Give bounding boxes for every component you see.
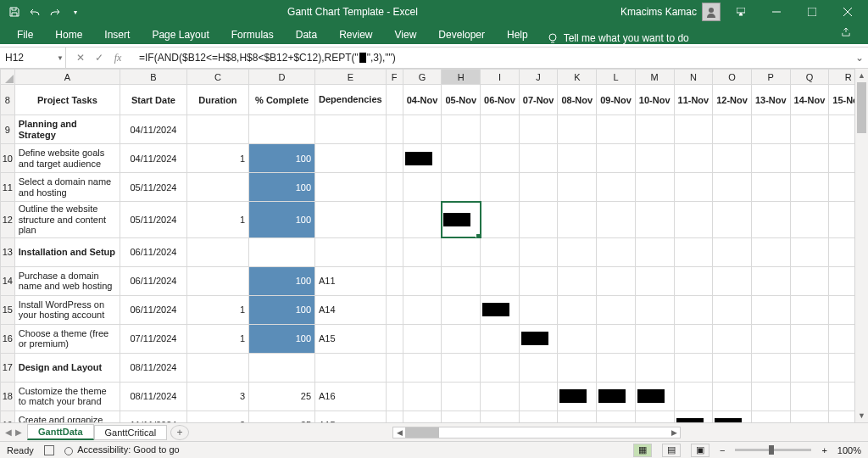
- cell-N11[interactable]: [674, 173, 713, 202]
- sheet-tab-ganttdata[interactable]: GanttData: [27, 424, 94, 440]
- horizontal-scrollbar[interactable]: ◀ ▶: [392, 427, 681, 438]
- row-header-18[interactable]: 18: [1, 382, 15, 411]
- cell-A12[interactable]: Outline the website structure and conten…: [14, 202, 120, 238]
- cell-L8[interactable]: 09-Nov: [597, 85, 636, 115]
- cell-C19[interactable]: 2: [186, 411, 248, 422]
- cell-C18[interactable]: 3: [186, 382, 248, 411]
- cell-C14[interactable]: [186, 266, 248, 295]
- tab-scroll-right-icon[interactable]: ▶: [15, 427, 22, 437]
- cell-Q9[interactable]: [790, 115, 829, 144]
- col-header-F[interactable]: F: [386, 70, 403, 85]
- cell-G12[interactable]: [403, 202, 442, 238]
- cell-M15[interactable]: [635, 295, 674, 324]
- cell-L19[interactable]: [597, 411, 636, 422]
- cell-O8[interactable]: 12-Nov: [713, 85, 752, 115]
- cell-H13[interactable]: [442, 237, 481, 266]
- cell-A11[interactable]: Select a domain name and hosting: [14, 173, 120, 202]
- cell-I14[interactable]: [481, 266, 520, 295]
- cell-L9[interactable]: [597, 115, 636, 144]
- cell-I8[interactable]: 06-Nov: [481, 85, 520, 115]
- cell-A9[interactable]: Planning and Strategy: [14, 115, 120, 144]
- cell-J15[interactable]: [519, 295, 558, 324]
- row-header-14[interactable]: 14: [1, 266, 15, 295]
- cell-F14[interactable]: [386, 266, 403, 295]
- col-header-M[interactable]: M: [635, 70, 674, 85]
- row-header-12[interactable]: 12: [1, 202, 15, 238]
- undo-icon[interactable]: [25, 3, 44, 21]
- cell-P18[interactable]: [751, 382, 790, 411]
- spreadsheet-grid[interactable]: ABCDEFGHIJKLMNOPQR8Project TasksStart Da…: [0, 69, 868, 422]
- cell-Q13[interactable]: [790, 237, 829, 266]
- cell-M18[interactable]: [635, 382, 674, 411]
- cell-D12[interactable]: 100: [249, 202, 315, 238]
- cell-M14[interactable]: [635, 266, 674, 295]
- cell-J9[interactable]: [519, 115, 558, 144]
- cell-E8[interactable]: Dependencies: [315, 85, 387, 115]
- user-avatar[interactable]: [702, 3, 721, 21]
- cell-P9[interactable]: [751, 115, 790, 144]
- cell-E16[interactable]: A15: [315, 324, 387, 353]
- cell-G15[interactable]: [403, 295, 442, 324]
- zoom-slider[interactable]: [735, 449, 811, 451]
- cell-M13[interactable]: [635, 237, 674, 266]
- cell-M8[interactable]: 10-Nov: [635, 85, 674, 115]
- cell-P12[interactable]: [751, 202, 790, 238]
- cell-O14[interactable]: [713, 266, 752, 295]
- cell-I15[interactable]: [481, 295, 520, 324]
- cell-H11[interactable]: [442, 173, 481, 202]
- cell-L14[interactable]: [597, 266, 636, 295]
- cell-G13[interactable]: [403, 237, 442, 266]
- cell-E15[interactable]: A14: [315, 295, 387, 324]
- col-header-D[interactable]: D: [249, 70, 315, 85]
- cell-E19[interactable]: A15: [315, 411, 387, 422]
- cell-O12[interactable]: [713, 202, 752, 238]
- cell-K18[interactable]: [558, 382, 597, 411]
- cell-E18[interactable]: A16: [315, 382, 387, 411]
- zoom-out-button[interactable]: −: [720, 445, 725, 455]
- cell-N18[interactable]: [674, 382, 713, 411]
- cell-A18[interactable]: Customize the theme to match your brand: [14, 382, 120, 411]
- cell-Q18[interactable]: [790, 382, 829, 411]
- cell-B17[interactable]: 08/11/2024: [120, 353, 187, 382]
- cell-B11[interactable]: 05/11/2024: [120, 173, 187, 202]
- cell-N19[interactable]: [674, 411, 713, 422]
- cell-I10[interactable]: [481, 144, 520, 173]
- cell-A17[interactable]: Design and Layout: [14, 353, 120, 382]
- cell-Q19[interactable]: [790, 411, 829, 422]
- cell-F19[interactable]: [386, 411, 403, 422]
- cell-C8[interactable]: Duration: [186, 85, 248, 115]
- cell-B8[interactable]: Start Date: [120, 85, 187, 115]
- row-header-16[interactable]: 16: [1, 324, 15, 353]
- cell-L10[interactable]: [597, 144, 636, 173]
- row-header-13[interactable]: 13: [1, 237, 15, 266]
- col-header-B[interactable]: B: [120, 70, 187, 85]
- cell-C12[interactable]: 1: [186, 202, 248, 238]
- cell-D16[interactable]: 100: [249, 324, 315, 353]
- qa-customize-icon[interactable]: ▾: [66, 3, 85, 21]
- cell-G16[interactable]: [403, 324, 442, 353]
- cell-L15[interactable]: [597, 295, 636, 324]
- cell-A13[interactable]: Installation and Setup: [14, 237, 120, 266]
- cell-P11[interactable]: [751, 173, 790, 202]
- cell-H8[interactable]: 05-Nov: [442, 85, 481, 115]
- cell-D18[interactable]: 25: [249, 382, 315, 411]
- cell-F17[interactable]: [386, 353, 403, 382]
- cell-B10[interactable]: 04/11/2024: [120, 144, 187, 173]
- tab-view[interactable]: View: [385, 25, 427, 44]
- row-header-17[interactable]: 17: [1, 353, 15, 382]
- cell-L17[interactable]: [597, 353, 636, 382]
- cell-D15[interactable]: 100: [249, 295, 315, 324]
- cell-B13[interactable]: 06/11/2024: [120, 237, 187, 266]
- name-box[interactable]: H12▼: [0, 47, 66, 68]
- cell-E13[interactable]: [315, 237, 387, 266]
- cell-Q11[interactable]: [790, 173, 829, 202]
- cell-O9[interactable]: [713, 115, 752, 144]
- tab-page-layout[interactable]: Page Layout: [142, 25, 219, 44]
- cell-I11[interactable]: [481, 173, 520, 202]
- cell-F10[interactable]: [386, 144, 403, 173]
- col-header-C[interactable]: C: [186, 70, 248, 85]
- cell-H14[interactable]: [442, 266, 481, 295]
- col-header-I[interactable]: I: [481, 70, 520, 85]
- cell-F9[interactable]: [386, 115, 403, 144]
- cell-B18[interactable]: 08/11/2024: [120, 382, 187, 411]
